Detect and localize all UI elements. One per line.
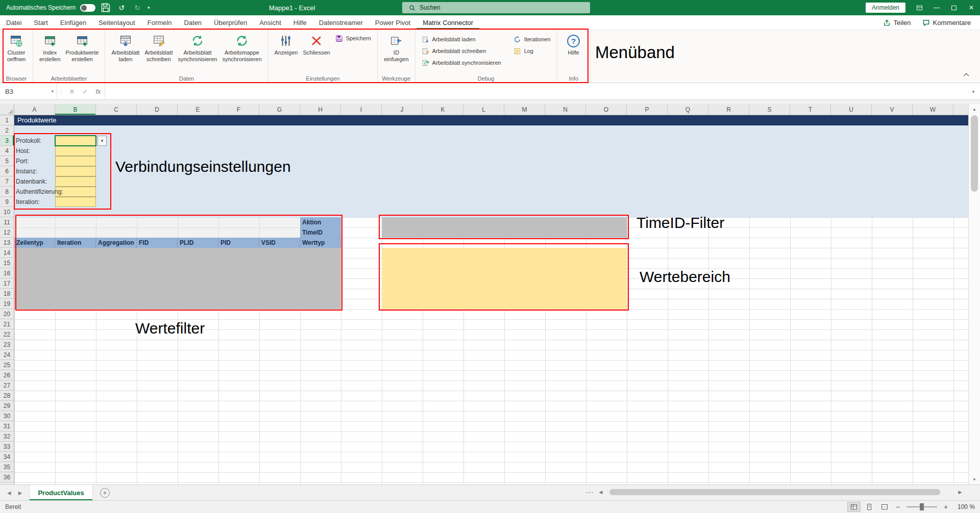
row-header-34[interactable]: 34	[0, 452, 14, 462]
row-header-30[interactable]: 30	[0, 411, 14, 421]
horizontal-scrollbar-track[interactable]	[605, 489, 955, 496]
name-box[interactable]: B3 ▾	[0, 83, 57, 99]
connection-input-cell[interactable]	[55, 176, 96, 187]
select-all-corner[interactable]	[0, 104, 14, 115]
row-header-15[interactable]: 15	[0, 258, 14, 268]
tab-ueberpruefen[interactable]: Überprüfen	[208, 15, 253, 30]
next-sheet-icon[interactable]: ▶	[18, 490, 22, 496]
row-header-24[interactable]: 24	[0, 350, 14, 360]
vertical-scrollbar-thumb[interactable]	[971, 115, 978, 192]
aktion-cell[interactable]: Aktion	[300, 217, 341, 227]
iterations-button[interactable]: Iterationen	[511, 34, 553, 44]
value-range-area[interactable]	[382, 248, 627, 309]
tab-daten[interactable]: Daten	[178, 15, 208, 30]
row-header-31[interactable]: 31	[0, 421, 14, 431]
row-header-12[interactable]: 12	[0, 227, 14, 238]
connection-input-cell[interactable]	[55, 146, 96, 156]
autosave-toggle[interactable]	[80, 4, 95, 12]
column-header-e[interactable]: E	[178, 104, 218, 115]
minimize-button[interactable]: —	[928, 0, 945, 15]
maximize-button[interactable]	[945, 0, 963, 15]
close-settings-button[interactable]: Schliessen	[300, 32, 332, 56]
debug-write-worksheet-button[interactable]: Arbeitsblatt schreiben	[419, 46, 504, 56]
insert-id-button[interactable]: ID einfuegen	[381, 32, 411, 63]
horizontal-scrollbar[interactable]: ◀ ▶	[596, 487, 965, 497]
row-header-36[interactable]: 36	[0, 472, 14, 482]
row-header-16[interactable]: 16	[0, 268, 14, 278]
row-header-27[interactable]: 27	[0, 380, 14, 391]
prev-sheet-icon[interactable]: ◀	[7, 490, 11, 496]
column-header-n[interactable]: N	[545, 104, 586, 115]
connection-input-cell[interactable]	[55, 156, 96, 166]
scroll-down-icon[interactable]: ▼	[969, 474, 980, 484]
column-header-u[interactable]: U	[831, 104, 872, 115]
sheet-tab-productvalues[interactable]: ProductValues	[29, 485, 92, 500]
confirm-entry-icon[interactable]: ✓	[79, 83, 92, 99]
new-sheet-button[interactable]: +	[100, 488, 110, 498]
search-input[interactable]: Suchen	[402, 2, 590, 13]
tab-einfuegen[interactable]: Einfügen	[54, 15, 92, 30]
row-header-28[interactable]: 28	[0, 391, 14, 401]
column-header-r[interactable]: R	[708, 104, 749, 115]
zoom-slider-handle[interactable]	[920, 503, 924, 510]
tab-datenstreamer[interactable]: Datenstreamer	[313, 15, 369, 30]
column-header-i[interactable]: I	[341, 104, 382, 115]
undo-icon[interactable]: ↺	[116, 2, 127, 13]
column-header-o[interactable]: O	[586, 104, 627, 115]
quick-access-dropdown-icon[interactable]: ▾	[148, 5, 150, 10]
row-header-5[interactable]: 5	[0, 156, 14, 166]
value-filter-top-area[interactable]	[14, 217, 300, 238]
help-button[interactable]: ? Hilfe	[561, 32, 586, 56]
insert-function-icon[interactable]: fx	[92, 83, 105, 99]
column-header-q[interactable]: Q	[668, 104, 708, 115]
tab-formeln[interactable]: Formeln	[141, 15, 178, 30]
scroll-up-icon[interactable]: ▲	[969, 104, 980, 114]
debug-sync-worksheet-button[interactable]: Arbeitsblatt synchronisieren	[419, 58, 504, 68]
ribbon-display-options-icon[interactable]	[911, 0, 928, 15]
column-header-l[interactable]: L	[463, 104, 504, 115]
name-box-dropdown-icon[interactable]: ▾	[51, 89, 54, 94]
tab-matrix-connector[interactable]: Matrix Connector	[416, 15, 479, 30]
row-header-13[interactable]: 13	[0, 238, 14, 248]
sign-in-button[interactable]: Anmelden	[866, 3, 905, 13]
formula-bar-splitter-icon[interactable]: ⋮	[57, 83, 65, 99]
row-header-11[interactable]: 11	[0, 217, 14, 227]
column-header-c[interactable]: C	[96, 104, 137, 115]
row-header-20[interactable]: 20	[0, 309, 14, 319]
row-header-17[interactable]: 17	[0, 278, 14, 289]
row-header-3[interactable]: 3	[0, 136, 14, 146]
comments-button[interactable]: Kommentare	[922, 19, 971, 27]
row-header-4[interactable]: 4	[0, 146, 14, 156]
connection-input-cell[interactable]	[55, 197, 96, 207]
tab-datei[interactable]: Datei	[0, 15, 28, 30]
column-header-b[interactable]: B	[55, 104, 96, 115]
tab-seitenlayout[interactable]: Seitenlayout	[92, 15, 141, 30]
save-settings-button[interactable]: Speichern	[333, 33, 374, 43]
create-product-values-button[interactable]: Produktwerte erstellen	[63, 32, 102, 63]
row-header-8[interactable]: 8	[0, 187, 14, 197]
tab-ansicht[interactable]: Ansicht	[253, 15, 287, 30]
formula-bar-expand-icon[interactable]: ▾	[967, 83, 980, 99]
tab-power-pivot[interactable]: Power Pivot	[369, 15, 416, 30]
column-header-k[interactable]: K	[423, 104, 463, 115]
cell-dropdown-icon[interactable]: ▼	[97, 136, 107, 146]
column-header-h[interactable]: H	[300, 104, 341, 115]
row-header-19[interactable]: 19	[0, 299, 14, 309]
column-header-v[interactable]: V	[872, 104, 913, 115]
horizontal-scrollbar-thumb[interactable]	[609, 489, 940, 495]
debug-load-worksheet-button[interactable]: Arbeitsblatt laden	[419, 34, 504, 44]
cancel-entry-icon[interactable]: ✕	[65, 83, 79, 99]
row-header-21[interactable]: 21	[0, 319, 14, 329]
column-header-g[interactable]: G	[259, 104, 300, 115]
normal-view-button[interactable]	[847, 502, 861, 512]
timeid-filter-area[interactable]	[382, 217, 627, 238]
write-worksheet-button[interactable]: Arbeitsblatt schreiben	[142, 32, 175, 63]
load-worksheet-button[interactable]: Arbeitsblatt laden	[109, 32, 142, 63]
selected-cell-outline[interactable]	[55, 135, 96, 146]
log-button[interactable]: Log	[511, 46, 553, 56]
page-layout-view-button[interactable]	[863, 502, 876, 512]
page-break-view-button[interactable]	[878, 502, 891, 512]
column-header-d[interactable]: D	[137, 104, 178, 115]
tab-start[interactable]: Start	[28, 15, 54, 30]
column-header-p[interactable]: P	[627, 104, 668, 115]
